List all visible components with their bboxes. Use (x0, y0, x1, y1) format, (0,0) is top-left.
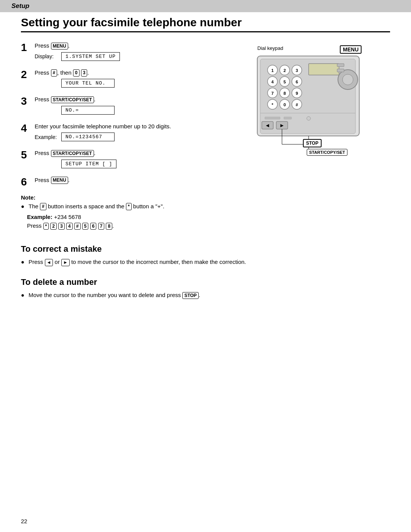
delete-number-title: To delete a number (21, 277, 390, 287)
svg-text:◄: ◄ (265, 122, 270, 128)
svg-point-4 (280, 65, 290, 75)
left-arrow-key: ◄ (45, 259, 53, 266)
menu-label-diagram: MENU (340, 45, 362, 54)
step-6-body: Press MENU. (35, 176, 220, 185)
star-key-note: * (126, 203, 132, 210)
svg-point-6 (292, 65, 302, 75)
svg-rect-26 (309, 64, 339, 75)
menu-key-step1: MENU (51, 43, 68, 50)
svg-point-34 (307, 117, 311, 120)
svg-rect-1 (260, 59, 355, 134)
note-bullet1: ● The # button inserts a space and the *… (21, 202, 220, 211)
hash-key: # (51, 69, 57, 77)
note-example-value: +234 5678 (54, 214, 81, 220)
dial-keypad-label: Dial keypad (257, 45, 283, 51)
page-number: 22 (21, 518, 27, 524)
step-6: 6 Press MENU. (21, 176, 220, 187)
key-5: 5 (82, 223, 89, 230)
svg-text:2: 2 (284, 68, 286, 73)
step-5-display-row: SETUP ITEM [ ] (35, 160, 220, 168)
bullet-dot-correct: ● (21, 258, 27, 267)
svg-text:4: 4 (271, 80, 274, 84)
svg-point-27 (338, 70, 358, 89)
key-7: 7 (98, 223, 105, 230)
step-4-example-label: Example: (35, 134, 61, 140)
svg-point-20 (268, 99, 277, 109)
svg-point-12 (292, 77, 302, 86)
zero-key: 0 (73, 69, 80, 77)
svg-point-2 (268, 65, 277, 75)
step-4-display-row: Example: NO.=1234567 (35, 133, 220, 141)
key-6: 6 (90, 223, 97, 230)
svg-point-8 (268, 77, 277, 86)
step-5-display-box: SETUP ITEM [ ] (61, 160, 116, 168)
step-5: 5 Press START/COPY/SET. SETUP ITEM [ ] (21, 149, 220, 169)
svg-text:►: ► (279, 122, 285, 128)
svg-point-16 (280, 88, 290, 98)
correct-mistake-bullet: ● Press ◄ or ► to move the cursor to the… (21, 258, 390, 267)
note-example: Example: +234 5678 (27, 214, 220, 220)
step-3-body: Press START/COPY/SET. NO.= (35, 95, 220, 115)
step-3-display-box: NO.= (61, 106, 115, 115)
svg-point-14 (268, 88, 277, 98)
key-8: 8 (106, 223, 112, 230)
svg-text:0: 0 (284, 102, 286, 107)
svg-rect-32 (265, 117, 280, 119)
step-5-display-label (35, 161, 61, 167)
hash-key-note: # (40, 203, 46, 210)
svg-rect-30 (337, 69, 344, 72)
step-6-num: 6 (21, 177, 35, 187)
note-title: Note: (21, 194, 220, 201)
svg-text:7: 7 (271, 91, 274, 96)
page-title: Setting your facsimile telephone number (21, 16, 390, 32)
bullet-dot-1: ● (21, 202, 27, 211)
start-copy-set-key-step3: START/COPY/SET (51, 96, 94, 104)
step-4-num: 4 (21, 123, 35, 134)
step-3: 3 Press START/COPY/SET. NO.= (21, 95, 220, 115)
svg-point-18 (292, 88, 302, 98)
three-key: 3 (81, 69, 88, 77)
correct-mistake-text: Press ◄ or ► to move the cursor to the i… (29, 258, 246, 267)
note-press-label: Press (27, 222, 43, 229)
step-3-display-label (35, 107, 61, 113)
step-2-display-row: YOUR TEL NO. (35, 79, 220, 88)
step-2-display-box: YOUR TEL NO. (61, 79, 115, 88)
svg-rect-37 (276, 121, 288, 129)
step-1-display-box: 1.SYSTEM SET UP (61, 52, 120, 61)
svg-text:8: 8 (284, 91, 286, 96)
step-1: 1 Press MENU. Display: 1.SYSTEM SET UP (21, 42, 220, 62)
step-1-num: 1 (21, 42, 35, 53)
fax-diagram-wrapper: Dial keypad MENU 1 2 3 (253, 45, 364, 156)
svg-text:5: 5 (284, 80, 286, 84)
delete-number-text: Move the cursor to the number you want t… (29, 291, 200, 300)
page-title-text: Setting your facsimile telephone number (21, 16, 390, 29)
step-3-num: 3 (21, 96, 35, 107)
header-bar: Setup (0, 0, 411, 12)
stop-label-diagram: STOP (303, 139, 321, 147)
note-press-row: Press * 2 3 4 # 5 6 7 8. (27, 222, 220, 230)
key-4: 4 (66, 223, 73, 230)
svg-text:9: 9 (296, 91, 298, 96)
svg-rect-35 (262, 121, 273, 129)
correct-mistake-title: To correct a mistake (21, 244, 390, 254)
start-copy-set-key-step5: START/COPY/SET (51, 150, 94, 157)
step-2: 2 Press #, then 0 3. YOUR TEL NO. (21, 69, 220, 89)
key-3: 3 (58, 223, 65, 230)
note-bullet1-text: The # button inserts a space and the * b… (29, 202, 164, 211)
key-2: 2 (50, 223, 57, 230)
start-copy-set-label-diagram: START/COPY/SET (307, 149, 347, 156)
svg-text:3: 3 (296, 68, 298, 73)
step-1-display-label: Display: (35, 53, 61, 59)
svg-point-24 (292, 99, 302, 109)
note-section: Note: ● The # button inserts a space and… (21, 194, 220, 230)
svg-point-28 (342, 74, 353, 85)
note-example-label: Example: (27, 214, 54, 220)
step-2-display-label (35, 80, 61, 86)
svg-rect-29 (337, 64, 344, 67)
delete-number-bullet: ● Move the cursor to the number you want… (21, 291, 390, 300)
step-5-num: 5 (21, 150, 35, 160)
steps-column: 1 Press MENU. Display: 1.SYSTEM SET UP 2… (21, 42, 220, 233)
hash-key-press: # (74, 223, 81, 230)
step-3-display-row: NO.= (35, 106, 220, 115)
menu-key-step6: MENU (51, 177, 68, 184)
